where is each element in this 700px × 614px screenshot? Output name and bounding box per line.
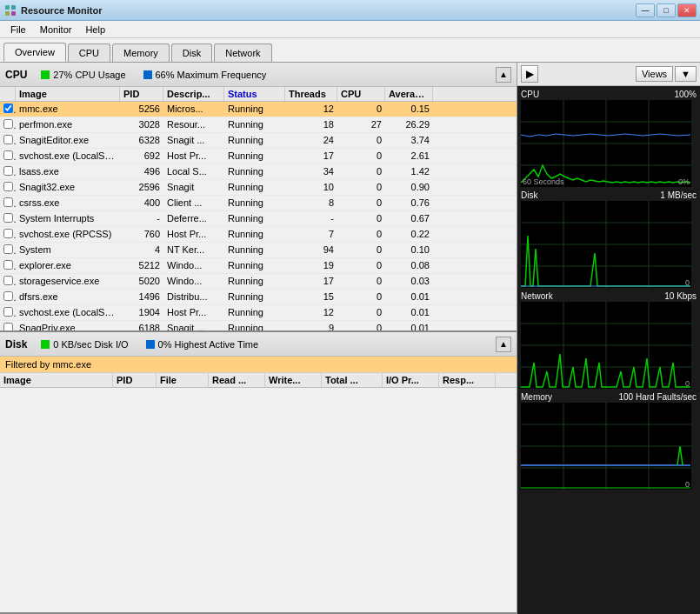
table-row[interactable]: svchost.exe (LocalServiceAn... 1904 Host… [0,305,517,321]
disk-col-total[interactable]: Total ... [322,373,383,387]
cpu-collapse-button[interactable]: ▲ [496,67,511,83]
table-row[interactable]: csrss.exe 400 Client ... Running 8 0 0.7… [0,196,517,211]
disk-filter-text: Filtered by mmc.exe [5,359,91,370]
disk-section: Disk 0 KB/sec Disk I/O 0% Highest Active… [0,332,517,614]
row-checkbox[interactable] [3,166,13,176]
table-row[interactable]: lsass.exe 496 Local S... Running 34 0 1.… [0,164,517,180]
row-threads: 17 [285,149,337,164]
row-desc: Windo... [163,258,224,273]
table-row[interactable]: Snagit32.exe 2596 Snagit Running 10 0 0.… [0,180,517,196]
cpu-col-desc[interactable]: Descrip... [163,87,224,101]
row-checkbox[interactable] [3,197,13,207]
row-desc: Snagit [163,180,224,195]
row-avg: 2.61 [385,149,433,164]
row-checkbox[interactable] [3,276,13,285]
row-checkbox[interactable] [3,260,13,270]
disk-col-io[interactable]: I/O Pr... [383,373,439,387]
views-dropdown-button[interactable]: ▼ [675,66,697,82]
table-row[interactable]: SnagPriv.exe 6188 Snagit ... Running 9 0… [0,321,517,330]
table-row[interactable]: perfmon.exe 3028 Resour... Running 18 27… [0,117,517,133]
row-checkbox[interactable] [3,103,13,113]
disk-col-read[interactable]: Read ... [209,373,265,387]
row-checkbox[interactable] [3,244,13,254]
row-desc: NT Ker... [163,243,224,257]
panel-expand-button[interactable]: ▶ [521,65,538,83]
disk-col-image[interactable]: Image [0,373,113,387]
table-row[interactable]: storageservice.exe 5020 Windo... Running… [0,274,517,290]
row-cpu: 0 [337,133,385,148]
table-row[interactable]: mmc.exe 5256 Micros... Running 12 0 0.15 [0,102,517,117]
row-checkbox[interactable] [3,135,13,144]
row-avg: 0.22 [385,227,433,242]
table-row[interactable]: svchost.exe (LocalServiceNo... 692 Host … [0,149,517,164]
menu-help[interactable]: Help [78,23,112,37]
row-checkbox[interactable] [3,291,13,301]
disk-section-header[interactable]: Disk 0 KB/sec Disk I/O 0% Highest Active… [0,332,517,357]
disk-col-file[interactable]: File [157,373,209,387]
row-cpu: 0 [337,149,385,164]
table-row[interactable]: System Interrupts - Deferre... Running -… [0,211,517,227]
row-pid: 760 [120,227,163,242]
table-row[interactable]: dfsrs.exe 1496 Distribu... Running 15 0 … [0,290,517,305]
cpu-section: CPU 27% CPU Usage 66% Maximum Frequency … [0,63,517,332]
row-checkbox[interactable] [3,307,13,317]
tab-overview[interactable]: Overview [3,43,66,62]
row-image: System Interrupts [16,211,120,226]
row-avg: 0.67 [385,211,433,226]
cpu-col-status[interactable]: Status [224,87,285,101]
cpu-chart-label: CPU 100% [521,90,697,99]
row-checkbox[interactable] [3,150,13,160]
disk-min-label: 0 [685,278,690,287]
close-button[interactable]: ✕ [677,3,697,17]
memory-chart-label: Memory 100 Hard Faults/sec [521,392,697,402]
app-icon [3,3,17,17]
cpu-col-cpu[interactable]: CPU [337,87,385,101]
row-pid: 400 [120,196,163,210]
maximize-button[interactable]: □ [657,3,676,17]
minimize-button[interactable]: — [636,3,655,17]
cpu-table: Image PID Descrip... Status Threads CPU … [0,87,517,330]
cpu-col-threads[interactable]: Threads [285,87,337,101]
row-status: Running [224,243,285,257]
disk-col-resp[interactable]: Resp... [439,373,496,387]
row-desc: Distribu... [163,290,224,304]
row-threads: 94 [285,243,337,257]
row-status: Running [224,102,285,117]
row-checkbox[interactable] [3,323,13,330]
cpu-col-avg[interactable]: Averag... [385,87,433,101]
table-row[interactable]: svchost.exe (RPCSS) 760 Host Pr... Runni… [0,227,517,243]
memory-chart-container: Memory 100 Hard Faults/sec [521,392,697,490]
row-cpu: 0 [337,290,385,304]
row-pid: - [120,211,163,226]
table-row[interactable]: SnagitEditor.exe 6328 Snagit ... Running… [0,133,517,149]
disk-collapse-button[interactable]: ▲ [496,337,511,352]
tab-disk[interactable]: Disk [171,43,212,62]
cpu-section-header[interactable]: CPU 27% CPU Usage 66% Maximum Frequency … [0,63,517,87]
tab-memory[interactable]: Memory [112,43,170,62]
row-checkbox[interactable] [3,229,13,238]
row-image: mmc.exe [16,102,120,117]
tab-cpu[interactable]: CPU [68,43,110,62]
table-row[interactable]: explorer.exe 5212 Windo... Running 19 0 … [0,258,517,274]
menu-monitor[interactable]: Monitor [33,23,79,37]
row-status: Running [224,149,285,164]
menu-file[interactable]: File [3,23,33,37]
row-cpu: 0 [337,243,385,257]
views-button[interactable]: Views [636,66,673,82]
disk-col-pid[interactable]: PID [113,373,157,387]
row-checkbox[interactable] [3,213,13,223]
row-image: Snagit32.exe [16,180,120,195]
cpu-min-label: 0% [678,177,690,186]
table-row[interactable]: System 4 NT Ker... Running 94 0 0.10 [0,243,517,258]
row-desc: Resour... [163,117,224,132]
cpu-col-check[interactable] [0,87,16,101]
cpu-col-pid[interactable]: PID [120,87,163,101]
row-desc: Client ... [163,196,224,210]
row-image: perfmon.exe [16,117,120,132]
row-checkbox[interactable] [3,182,13,191]
row-checkbox[interactable] [3,119,13,129]
cpu-col-image[interactable]: Image [16,87,120,101]
svg-rect-3 [11,11,16,16]
tab-network[interactable]: Network [214,43,271,62]
disk-col-write[interactable]: Write... [265,373,322,387]
